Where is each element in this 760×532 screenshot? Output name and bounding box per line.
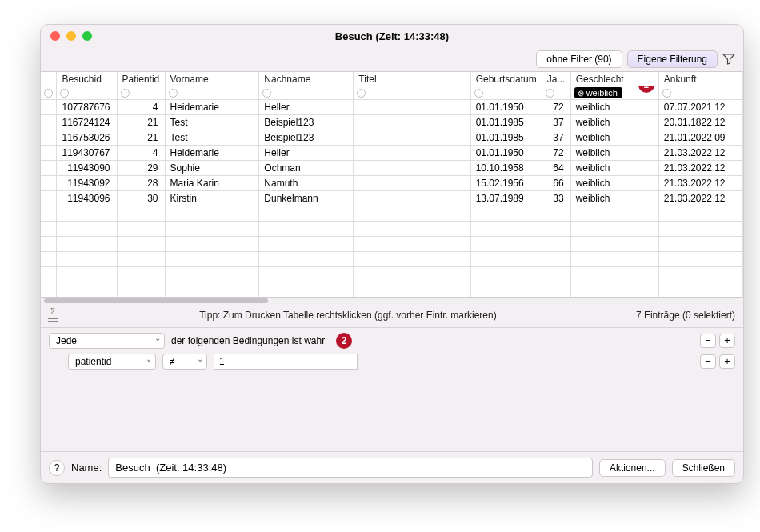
cell-titel [354, 130, 470, 145]
col-geschlecht[interactable]: Geschlecht [570, 72, 658, 86]
annotation-badge-1: 1 [638, 86, 654, 93]
filter-radio-icon[interactable] [546, 89, 554, 98]
table-row[interactable]: 1194307674HeidemarieHeller01.01.195072we… [41, 145, 743, 160]
quantifier-select[interactable]: Jede [49, 333, 165, 349]
table-area: Besuchid Patientid Vorname Nachname Tite… [41, 71, 743, 298]
cell-nachname: Beispiel123 [259, 114, 354, 130]
table-row[interactable]: 11672412421TestBeispiel12301.01.198537we… [41, 114, 743, 130]
empty-row [41, 236, 743, 251]
table-row[interactable]: 1194309630KirstinDunkelmann13.07.198933w… [41, 190, 743, 206]
filter-radio-icon[interactable] [169, 89, 178, 98]
cell-jahr: 37 [542, 130, 570, 145]
header-row: Besuchid Patientid Vorname Nachname Tite… [41, 72, 743, 86]
col-vorname[interactable]: Vorname [165, 72, 259, 86]
svg-rect-1 [48, 321, 58, 322]
bottom-bar: ? Name: Aktionen... Schließen [41, 451, 743, 483]
criteria-panel: Jede der folgenden Bedingungen ist wahr … [41, 328, 743, 397]
cell-geschlecht: weiblich [570, 145, 658, 160]
filter-radio-icon[interactable] [474, 89, 483, 98]
cell-jahr: 66 [542, 175, 570, 190]
cell-geburtsdatum: 01.01.1950 [470, 145, 542, 160]
col-jahr[interactable]: Ja... [542, 72, 570, 86]
no-filter-button[interactable]: ohne Filter (90) [536, 50, 622, 68]
cell-nachname: Namuth [259, 175, 354, 190]
cell-patientid: 21 [117, 114, 165, 130]
horizontal-scrollbar[interactable] [41, 298, 743, 304]
help-button[interactable]: ? [49, 460, 65, 476]
cell-jahr: 33 [542, 190, 570, 206]
add-condition-button[interactable]: + [719, 354, 735, 369]
table-row[interactable]: 11675302621TestBeispiel12301.01.198537we… [41, 130, 743, 145]
cell-titel [354, 160, 470, 175]
cell-patientid: 28 [117, 175, 165, 190]
col-patientid[interactable]: Patientid [117, 72, 165, 86]
filter-radio-icon[interactable] [662, 89, 671, 98]
name-label: Name: [71, 462, 102, 474]
cell-nachname: Beispiel123 [259, 130, 354, 145]
titlebar: Besuch (Zeit: 14:33:48) [41, 25, 743, 47]
cell-besuchid: 11943090 [57, 160, 117, 175]
table-row[interactable]: 1194309228Maria KarinNamuth15.02.195666w… [41, 175, 743, 190]
name-input[interactable] [108, 458, 593, 478]
cell-titel [354, 175, 470, 190]
maximize-window-icon[interactable] [82, 31, 92, 41]
cell-nachname: Ochman [259, 160, 354, 175]
svg-rect-0 [48, 318, 58, 319]
col-besuchid[interactable]: Besuchid [57, 72, 117, 86]
close-button[interactable]: Schließen [672, 459, 735, 477]
filter-radio-icon[interactable] [121, 89, 130, 98]
cell-patientid: 4 [117, 99, 165, 114]
cell-geschlecht: weiblich [570, 99, 658, 114]
cell-geschlecht: weiblich [570, 130, 658, 145]
col-geburtsdatum[interactable]: Geburtsdatum [470, 72, 542, 86]
cell-jahr: 37 [542, 114, 570, 130]
empty-row [41, 206, 743, 221]
own-filter-button[interactable]: Eigene Filterung [627, 50, 718, 68]
cell-vorname: Kirstin [165, 190, 259, 206]
cell-vorname: Test [165, 130, 259, 145]
remove-condition-button[interactable]: − [700, 334, 716, 348]
cell-nachname: Heller [259, 145, 354, 160]
cell-ankunft: 21.03.2022 12 [658, 160, 742, 175]
cell-vorname: Heidemarie [165, 145, 259, 160]
cell-geburtsdatum: 01.01.1985 [470, 130, 542, 145]
window-title: Besuch (Zeit: 14:33:48) [335, 30, 449, 42]
filter-radio-icon[interactable] [44, 89, 53, 98]
cell-geburtsdatum: 10.10.1958 [470, 160, 542, 175]
cell-besuchid: 116753026 [57, 130, 117, 145]
table-row[interactable]: 1194309029SophieOchman10.10.195864weibli… [41, 160, 743, 175]
filter-radio-icon[interactable] [357, 89, 366, 98]
col-ankunft[interactable]: Ankunft [658, 72, 742, 86]
cell-ankunft: 21.03.2022 12 [658, 190, 742, 206]
add-condition-button[interactable]: + [719, 334, 735, 348]
criteria-row-1: patientid ≠ − + [49, 354, 735, 370]
operator-select[interactable]: ≠ [162, 354, 207, 370]
cell-geburtsdatum: 01.01.1985 [470, 114, 542, 130]
actions-button[interactable]: Aktionen... [599, 459, 666, 477]
geschlecht-filter-chip[interactable]: ⊗ weiblich [574, 87, 622, 98]
empty-row [41, 251, 743, 266]
cell-ankunft: 20.01.1822 12 [658, 114, 742, 130]
filter-toolbar: ohne Filter (90) Eigene Filterung [41, 47, 743, 71]
field-select[interactable]: patientid [68, 354, 156, 370]
traffic-lights [50, 31, 92, 41]
col-nachname[interactable]: Nachname [259, 72, 354, 86]
minimize-window-icon[interactable] [66, 31, 76, 41]
cell-patientid: 29 [117, 160, 165, 175]
sigma-icon[interactable]: Σ [46, 307, 60, 322]
remove-condition-button[interactable]: − [700, 354, 716, 369]
cell-nachname: Dunkelmann [259, 190, 354, 206]
filter-funnel-icon[interactable] [722, 53, 735, 66]
cell-geschlecht: weiblich [570, 160, 658, 175]
close-window-icon[interactable] [50, 31, 60, 41]
clear-chip-icon[interactable]: ⊗ [578, 89, 584, 98]
col-titel[interactable]: Titel [354, 72, 470, 86]
value-input[interactable] [214, 354, 358, 370]
filter-radio-icon[interactable] [262, 89, 271, 98]
table-row[interactable]: 1077876764HeidemarieHeller01.01.195072we… [41, 99, 743, 114]
cell-jahr: 72 [542, 145, 570, 160]
cell-jahr: 64 [542, 160, 570, 175]
criteria-text: der folgenden Bedingungen ist wahr [171, 335, 325, 346]
filter-radio-icon[interactable] [60, 89, 69, 98]
cell-ankunft: 21.03.2022 12 [658, 175, 742, 190]
